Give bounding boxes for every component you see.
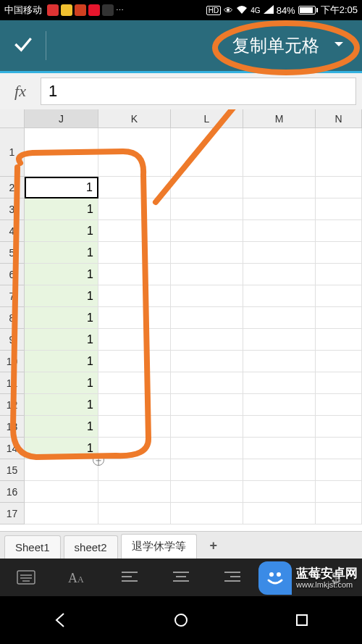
- cell-M8[interactable]: [243, 307, 316, 329]
- copy-cell-button[interactable]: 复制单元格: [232, 34, 319, 57]
- cell-L9[interactable]: [171, 329, 243, 351]
- keyboard-button[interactable]: [10, 561, 42, 593]
- cell-J10[interactable]: 1: [25, 351, 98, 372]
- row-header-10[interactable]: 10: [0, 351, 25, 372]
- cell-N10[interactable]: [316, 351, 362, 372]
- align-right-button[interactable]: [216, 561, 248, 593]
- row-header-6[interactable]: 6: [0, 264, 25, 285]
- row-header-16[interactable]: 16: [0, 481, 25, 503]
- cell-M10[interactable]: [243, 351, 316, 372]
- cell-M16[interactable]: [243, 481, 316, 503]
- align-center-button[interactable]: [165, 561, 197, 593]
- row-header-17[interactable]: 17: [0, 503, 25, 524]
- cell-J6[interactable]: 1: [25, 264, 98, 285]
- chevron-down-icon[interactable]: [332, 38, 345, 54]
- cell-K10[interactable]: [98, 351, 171, 372]
- cell-L8[interactable]: [171, 307, 243, 329]
- row-header-2[interactable]: 2: [0, 177, 25, 198]
- cell-L13[interactable]: [171, 416, 243, 438]
- row-header-14[interactable]: 14: [0, 438, 25, 459]
- cell-K14[interactable]: [98, 438, 171, 459]
- cell-J9[interactable]: 1: [25, 329, 98, 351]
- cell-L14[interactable]: [171, 438, 243, 459]
- row-header-3[interactable]: 3: [0, 198, 25, 220]
- cell-K3[interactable]: [98, 198, 171, 220]
- cell-J7[interactable]: 1: [25, 285, 98, 307]
- cell-J17[interactable]: [25, 503, 98, 524]
- cells-area[interactable]: 1 1 1 1 1 1 1 1 1 1 1 1 1 ┼: [25, 128, 362, 524]
- cell-J3[interactable]: 1: [25, 198, 98, 220]
- cell-N4[interactable]: [316, 220, 362, 242]
- sheet-tab-2[interactable]: 退学休学等: [121, 534, 197, 559]
- formula-input[interactable]: [41, 78, 356, 105]
- cell-N8[interactable]: [316, 307, 362, 329]
- cell-M3[interactable]: [243, 198, 316, 220]
- cell-L2[interactable]: [171, 177, 243, 198]
- cell-J15[interactable]: [25, 459, 98, 481]
- spreadsheet-grid[interactable]: J K L M N 1 2 3 4 5 6 7 8 9 10 11 12 13 …: [0, 109, 362, 531]
- cell-L16[interactable]: [171, 481, 243, 503]
- cell-K2[interactable]: [98, 177, 171, 198]
- cell-M4[interactable]: [243, 220, 316, 242]
- cell-M13[interactable]: [243, 416, 316, 438]
- cell-M17[interactable]: [243, 503, 316, 524]
- nav-back-button[interactable]: [44, 604, 76, 636]
- col-header-K[interactable]: K: [98, 109, 171, 128]
- cell-N16[interactable]: [316, 481, 362, 503]
- cell-M14[interactable]: [243, 438, 316, 459]
- add-sheet-button[interactable]: +: [200, 533, 228, 559]
- row-header-11[interactable]: 11: [0, 372, 25, 394]
- cell-N14[interactable]: [316, 438, 362, 459]
- row-header-9[interactable]: 9: [0, 329, 25, 351]
- confirm-button[interactable]: [12, 33, 35, 59]
- row-header-7[interactable]: 7: [0, 285, 25, 307]
- cell-L17[interactable]: [171, 503, 243, 524]
- align-left-button[interactable]: [114, 561, 146, 593]
- col-header-M[interactable]: M: [243, 109, 316, 128]
- cell-N2[interactable]: [316, 177, 362, 198]
- cell-K15[interactable]: [98, 459, 171, 481]
- col-header-N[interactable]: N: [316, 109, 362, 128]
- cell-L3[interactable]: [171, 198, 243, 220]
- cell-K8[interactable]: [98, 307, 171, 329]
- cell-J1[interactable]: [25, 128, 98, 177]
- font-button[interactable]: AA: [62, 561, 93, 593]
- cell-J4[interactable]: 1: [25, 220, 98, 242]
- cell-N6[interactable]: [316, 264, 362, 285]
- cell-K1[interactable]: [98, 128, 171, 177]
- cell-L4[interactable]: [171, 220, 243, 242]
- cell-K13[interactable]: [98, 416, 171, 438]
- cell-L5[interactable]: [171, 242, 243, 264]
- cell-K11[interactable]: [98, 372, 171, 394]
- cell-M6[interactable]: [243, 264, 316, 285]
- col-header-J[interactable]: J: [25, 109, 98, 128]
- fx-label[interactable]: fx: [6, 82, 35, 101]
- cell-N9[interactable]: [316, 329, 362, 351]
- cell-L6[interactable]: [171, 264, 243, 285]
- cell-N13[interactable]: [316, 416, 362, 438]
- cell-J11[interactable]: 1: [25, 372, 98, 394]
- cell-L15[interactable]: [171, 459, 243, 481]
- select-all-corner[interactable]: [0, 109, 25, 128]
- sheet-tab-0[interactable]: Sheet1: [4, 535, 61, 559]
- cell-J16[interactable]: [25, 481, 98, 503]
- cell-L12[interactable]: [171, 394, 243, 416]
- cell-K7[interactable]: [98, 285, 171, 307]
- cell-K16[interactable]: [98, 481, 171, 503]
- cell-N17[interactable]: [316, 503, 362, 524]
- cell-N3[interactable]: [316, 198, 362, 220]
- cell-M1[interactable]: [243, 128, 316, 177]
- cell-M2[interactable]: [243, 177, 316, 198]
- cell-K9[interactable]: [98, 329, 171, 351]
- cell-J12[interactable]: 1: [25, 394, 98, 416]
- row-header-4[interactable]: 4: [0, 220, 25, 242]
- cell-M7[interactable]: [243, 285, 316, 307]
- cell-M11[interactable]: [243, 372, 316, 394]
- row-header-13[interactable]: 13: [0, 416, 25, 438]
- row-header-12[interactable]: 12: [0, 394, 25, 416]
- cell-N12[interactable]: [316, 394, 362, 416]
- cell-L1[interactable]: [171, 128, 243, 177]
- cell-L11[interactable]: [171, 372, 243, 394]
- cell-J14[interactable]: 1: [25, 438, 98, 459]
- col-header-L[interactable]: L: [171, 109, 243, 128]
